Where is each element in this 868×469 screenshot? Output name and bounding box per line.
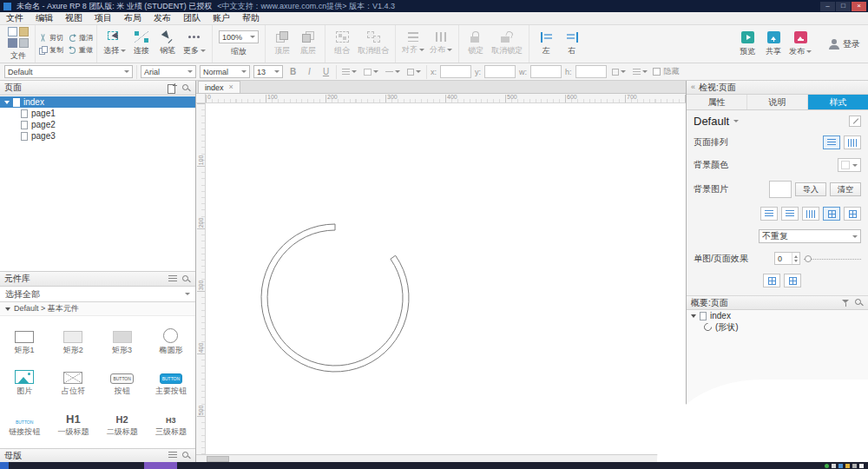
tab-index[interactable]: index × [198,81,240,93]
cut-button[interactable]: 剪切 [39,32,63,44]
login-button[interactable]: 登录 [826,37,863,51]
search-icon[interactable] [181,83,191,93]
text-align-dropdown[interactable] [340,65,358,78]
bg-align-3-button[interactable] [802,207,819,221]
shadow-dropdown[interactable] [631,65,649,78]
bg-repeat-select[interactable]: 不重复 [759,229,861,243]
widget-rect3[interactable]: 矩形3 [98,316,147,357]
bg-color-picker[interactable] [838,158,861,172]
masters-panel-header[interactable]: 母版 [0,448,195,463]
widget-h3[interactable]: H3三级标题 [147,398,195,439]
outline-header[interactable]: 概要:页面 [687,296,868,310]
bg-align-1-button[interactable] [760,207,778,221]
group-button[interactable]: 组合 [329,30,355,57]
file-tools-button[interactable]: 文件 [5,26,31,63]
widget-h1[interactable]: H1一级标题 [49,398,97,439]
fill-color-dropdown[interactable] [362,65,380,78]
filter-icon[interactable] [842,299,850,307]
x-input[interactable] [440,65,471,78]
tab-close-icon[interactable]: × [229,83,233,91]
arrange-center-button[interactable] [844,135,861,149]
page-node-page2[interactable]: page2 [0,119,195,130]
widget-link-button[interactable]: BUTTON链接按钮 [0,398,49,439]
bring-to-front-button[interactable]: 顶层 [269,30,295,57]
menu-publish[interactable]: 发布 [148,12,177,24]
widget-library-select[interactable]: 选择全部 [0,287,195,302]
taskbar-app-button[interactable] [144,462,177,469]
maximize-button[interactable]: □ [836,2,851,11]
align-right-button[interactable]: 右 [559,31,585,57]
preview-button[interactable]: 预览 [734,30,760,58]
menu-project[interactable]: 项目 [89,12,118,24]
arrange-left-button[interactable] [823,135,840,149]
widget-image[interactable]: 图片 [0,357,49,398]
widget-ellipse[interactable]: 椭圆形 [147,316,195,357]
widget-primary-button[interactable]: BUTTON主要按钮 [147,357,195,398]
effect-option-1-button[interactable] [763,274,780,287]
tree-expand-icon[interactable] [691,314,696,318]
pen-tool-button[interactable]: 钢笔 [155,30,181,57]
widget-placeholder[interactable]: 占位符 [49,357,97,398]
widget-rect1[interactable]: 矩形1 [0,316,49,357]
h-input[interactable] [575,65,607,78]
effect-option-2-button[interactable] [784,274,801,287]
tray-icon[interactable] [825,464,829,468]
hidden-checkbox[interactable] [653,68,661,76]
tray-icon[interactable] [845,464,850,468]
bold-button[interactable]: B [286,65,299,78]
menu-view[interactable]: 视图 [59,12,89,24]
page-node-index[interactable]: index [0,96,195,108]
search-icon[interactable] [854,298,864,307]
font-family-select[interactable]: Arial [141,65,196,78]
slider-knob[interactable] [805,255,812,262]
menu-file[interactable]: 文件 [0,12,30,24]
menu-edit[interactable]: 编辑 [30,12,59,24]
widget-text-label[interactable] [0,439,49,448]
bg-align-2-button[interactable] [781,207,799,221]
align-button[interactable]: 对齐 [399,31,427,56]
unlock-button[interactable]: 取消锁定 [489,30,525,57]
outline-node-index[interactable]: index [687,310,868,321]
italic-button[interactable]: I [303,65,316,78]
effect-stepper[interactable]: 0 [774,252,800,265]
search-icon[interactable] [181,451,191,460]
select-mode-button[interactable]: 选择 [101,30,128,57]
edit-style-icon[interactable] [849,116,861,127]
page-node-page3[interactable]: page3 [0,130,195,142]
widgets-panel-header[interactable]: 元件库 [0,272,195,287]
widget-vertical-line[interactable] [147,439,195,448]
tab-notes[interactable]: 说明 [747,95,808,109]
line-color-dropdown[interactable] [384,65,402,78]
close-button[interactable]: × [852,2,866,11]
stepper-arrows[interactable] [792,253,799,264]
scrollbar-thumb[interactable] [207,456,229,462]
effect-slider[interactable] [804,253,861,265]
send-to-back-button[interactable]: 底层 [295,30,321,57]
w-input[interactable] [530,65,562,78]
arc-shape-widget[interactable] [206,103,686,454]
redo-button[interactable]: 重做 [69,44,93,56]
import-button[interactable]: 导入 [795,182,826,196]
font-size-select[interactable]: 13 [253,65,283,78]
tree-expand-icon[interactable] [4,101,10,104]
menu-layout[interactable]: 布局 [118,12,148,24]
widget-button[interactable]: BUTTON按钮 [98,357,147,398]
menu-team[interactable]: 团队 [177,12,207,24]
start-button[interactable] [0,462,9,469]
tab-properties[interactable]: 属性 [687,95,747,109]
collapse-panel-icon[interactable]: « [691,83,695,91]
publish-button[interactable]: 发布 [786,30,814,58]
ungroup-button[interactable]: 取消组合 [355,30,391,57]
widget-paragraph[interactable] [49,439,97,448]
page-node-page1[interactable]: page1 [0,108,195,119]
search-icon[interactable] [181,274,191,284]
bg-image-preview[interactable] [769,181,792,198]
copy-button[interactable]: 复制 [39,44,63,56]
widget-style-select[interactable]: Default [4,65,133,78]
tray-icon[interactable] [838,464,843,468]
more-format-dropdown[interactable] [610,65,628,78]
tab-style[interactable]: 样式 [808,95,868,109]
tray-icon[interactable] [859,464,864,468]
underline-button[interactable]: U [319,65,332,78]
undo-button[interactable]: 撤消 [69,32,93,44]
